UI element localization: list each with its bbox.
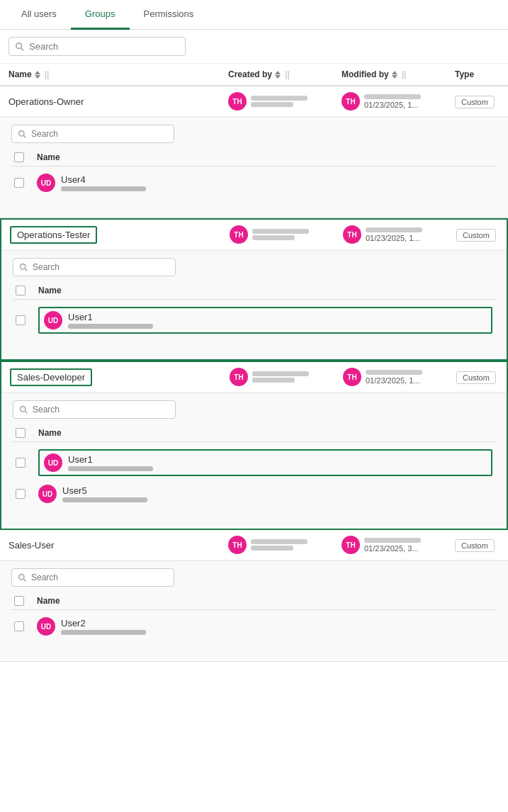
groups-container: Operations-Owner TH TH 01/23/2025, 1... …: [0, 86, 508, 662]
global-search-input[interactable]: [29, 41, 179, 52]
sub-search-icon-3: [18, 573, 27, 582]
type-badge-2[interactable]: Custom: [456, 371, 496, 384]
group-name-1: Operations-Tester: [10, 226, 230, 244]
sub-search-box-1[interactable]: [13, 258, 176, 276]
col-divider-created: ||: [285, 69, 290, 79]
member-checkbox-2-1[interactable]: [16, 489, 38, 499]
member-checkbox-0-0[interactable]: [14, 178, 37, 188]
svg-line-1: [21, 48, 23, 50]
member-avatar-2-0: UD: [44, 453, 62, 472]
group-section-2: Sales-Developer TH TH 01/23/2025, 1... C…: [0, 361, 508, 530]
col-divider-modified: ||: [402, 69, 407, 79]
avatar-created-0: TH: [228, 92, 247, 111]
sub-table-1: Name UD User1: [1, 250, 507, 359]
avatar-modified-3: TH: [342, 536, 360, 554]
global-search-container: [0, 30, 508, 64]
avatar-modified-0: TH: [342, 92, 360, 111]
member-user-cell-3-0: UD User2: [37, 617, 494, 636]
col-divider-name: ||: [45, 69, 50, 79]
member-checkbox-3-0[interactable]: [14, 621, 37, 631]
member-row-1-0: UD User1: [13, 303, 495, 338]
col-header-modified[interactable]: Modified by ||: [342, 69, 455, 79]
sub-checkbox-header-3[interactable]: [14, 596, 37, 606]
tab-groups[interactable]: Groups: [71, 0, 130, 30]
group-row-1[interactable]: Operations-Tester TH TH 01/23/2025, 1...…: [1, 220, 507, 250]
member-name-0-0: User4: [61, 174, 146, 185]
sub-checkbox-header-0[interactable]: [14, 152, 37, 162]
member-user-cell-0-0: UD User4: [37, 174, 494, 192]
member-checkbox-2-0[interactable]: [16, 458, 38, 468]
group-created-1: TH: [230, 225, 343, 244]
avatar-created-1: TH: [230, 225, 248, 244]
sub-col-header-3: Name: [11, 592, 497, 610]
sub-search-box-2[interactable]: [13, 400, 176, 419]
member-avatar-2-1: UD: [38, 485, 57, 503]
group-modified-3: TH 01/23/2025, 3...: [342, 536, 455, 554]
group-modified-0: TH 01/23/2025, 1...: [342, 92, 455, 111]
group-created-3: TH: [228, 536, 342, 554]
svg-point-2: [19, 130, 24, 135]
type-badge-1[interactable]: Custom: [456, 229, 496, 242]
svg-line-7: [26, 411, 28, 413]
sub-table-0: Name UD User4: [0, 117, 508, 218]
sub-col-name-label-0: Name: [37, 152, 494, 162]
sub-col-header-0: Name: [11, 149, 497, 167]
svg-point-6: [21, 406, 26, 411]
sub-col-name-label-1: Name: [38, 286, 492, 295]
date-text-1: 01/23/2025, 1...: [366, 234, 422, 242]
sub-search-input-0[interactable]: [31, 129, 168, 139]
group-type-2: Custom: [456, 372, 508, 383]
member-user-cell-2-0: UD User1: [38, 449, 492, 476]
group-row-2[interactable]: Sales-Developer TH TH 01/23/2025, 1... C…: [1, 362, 507, 393]
sub-search-input-2[interactable]: [33, 405, 169, 415]
member-avatar-3-0: UD: [37, 617, 55, 636]
sort-icon-modified: [392, 71, 397, 79]
member-row-0-0: UD User4: [11, 169, 497, 196]
group-type-1: Custom: [456, 230, 508, 240]
sub-search-input-1[interactable]: [33, 262, 169, 272]
group-row-0[interactable]: Operations-Owner TH TH 01/23/2025, 1... …: [0, 86, 508, 117]
svg-point-0: [16, 43, 22, 48]
sub-col-name-label-2: Name: [38, 428, 492, 438]
group-section-0: Operations-Owner TH TH 01/23/2025, 1... …: [0, 86, 508, 218]
svg-point-8: [19, 574, 24, 579]
svg-line-5: [26, 269, 28, 271]
group-type-3: Custom: [455, 540, 508, 551]
group-row-3[interactable]: Sales-User TH TH 01/23/2025, 3... Custom: [0, 530, 508, 560]
sub-col-header-2: Name: [13, 424, 495, 442]
column-headers: Name || Created by || Modified by || Typ…: [0, 64, 508, 86]
sub-search-box-3[interactable]: [11, 568, 174, 587]
sub-table-3: Name UD User2: [0, 560, 508, 661]
sub-search-icon-0: [18, 130, 27, 139]
sub-checkbox-header-2[interactable]: [16, 428, 38, 438]
group-section-1: Operations-Tester TH TH 01/23/2025, 1...…: [0, 218, 508, 361]
tab-all-users[interactable]: All users: [7, 0, 71, 30]
global-search-box[interactable]: [9, 37, 186, 56]
tab-permissions[interactable]: Permissions: [130, 0, 208, 30]
col-header-created[interactable]: Created by ||: [228, 69, 342, 79]
member-avatar-1-0: UD: [44, 311, 62, 329]
member-user-cell-2-1: UD User5: [38, 485, 492, 503]
member-checkbox-1-0[interactable]: [16, 315, 38, 325]
member-avatar-0-0: UD: [37, 174, 55, 192]
date-text-2: 01/23/2025, 1...: [366, 376, 422, 385]
group-modified-2: TH 01/23/2025, 1...: [343, 368, 456, 386]
member-row-2-1: UD User5: [13, 480, 495, 507]
search-icon: [15, 42, 25, 52]
type-badge-0[interactable]: Custom: [455, 96, 495, 108]
member-row-3-0: UD User2: [11, 613, 497, 640]
svg-line-3: [24, 135, 26, 137]
sort-icon-created: [275, 71, 281, 79]
col-header-name[interactable]: Name ||: [9, 69, 228, 79]
svg-line-9: [24, 579, 26, 581]
type-badge-3[interactable]: Custom: [455, 539, 495, 552]
avatar-modified-1: TH: [343, 225, 361, 244]
member-user-cell-1-0: UD User1: [38, 307, 492, 334]
sub-checkbox-header-1[interactable]: [16, 286, 38, 295]
group-section-3: Sales-User TH TH 01/23/2025, 3... Custom…: [0, 530, 508, 662]
member-row-2-0: UD User1: [13, 445, 495, 480]
sub-search-box-0[interactable]: [11, 125, 174, 143]
sub-search-input-3[interactable]: [31, 573, 168, 582]
group-name-2: Sales-Developer: [10, 368, 230, 386]
avatar-created-2: TH: [230, 368, 248, 386]
